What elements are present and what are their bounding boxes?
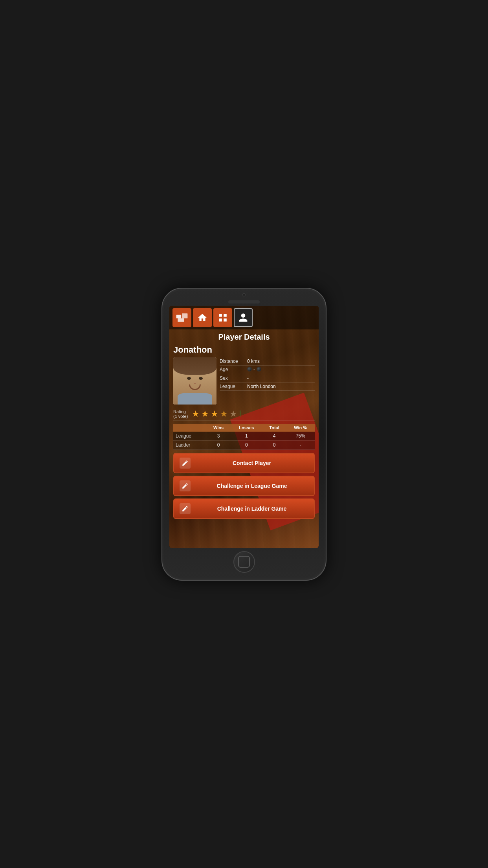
- ladder-total: 0: [262, 440, 286, 449]
- challenge-ladder-label: Challenge in Ladder Game: [195, 506, 308, 512]
- col-losses: Losses: [231, 424, 262, 432]
- svg-rect-1: [182, 313, 187, 318]
- app-logo[interactable]: [172, 308, 191, 327]
- face-graphic: [173, 357, 216, 405]
- star-3: ★: [211, 410, 218, 418]
- contact-player-button[interactable]: Contact Player: [173, 453, 315, 473]
- star-1: ★: [192, 410, 200, 418]
- age-dots: -: [247, 367, 261, 371]
- player-info-table: Distance 0 kms Age -: [220, 357, 315, 405]
- home-button-physical[interactable]: [233, 551, 255, 573]
- page-title: Player Details: [169, 329, 319, 343]
- challenge-league-label: Challenge in League Game: [195, 483, 308, 489]
- profile-button[interactable]: [234, 308, 253, 327]
- col-type: [173, 424, 206, 432]
- challenge-league-button[interactable]: Challenge in League Game: [173, 476, 315, 496]
- hair: [173, 357, 216, 375]
- player-section: Jonathon: [169, 343, 319, 548]
- player-name: Jonathon: [173, 345, 315, 355]
- speaker-grille: [228, 300, 260, 303]
- home-button[interactable]: [193, 308, 212, 327]
- league-winpct: 75%: [286, 432, 315, 441]
- dot-overlay: [240, 410, 240, 417]
- navbar: [169, 306, 319, 329]
- star-5: ★: [229, 410, 237, 418]
- ladder-winpct: -: [286, 440, 315, 449]
- ladder-row-label: Ladder: [173, 440, 206, 449]
- nose: [193, 381, 196, 384]
- age-dash: -: [253, 367, 255, 371]
- phone-frame: Player Details Jonathon: [161, 288, 327, 581]
- league-value: North London: [247, 384, 315, 389]
- left-eye: [187, 377, 191, 380]
- league-wins: 3: [206, 432, 231, 441]
- dot-1: [247, 367, 252, 371]
- sex-row: Sex -: [220, 374, 315, 383]
- smile: [189, 384, 201, 390]
- age-label: Age: [220, 367, 247, 373]
- table-row: League 3 1 4 75%: [173, 432, 315, 441]
- sex-value: -: [247, 375, 315, 381]
- challenge-league-icon: [180, 480, 191, 491]
- sex-label: Sex: [220, 375, 247, 381]
- col-wins: Wins: [206, 424, 231, 432]
- rating-label: Rating (1 vote): [173, 409, 188, 419]
- league-label: League: [220, 384, 247, 389]
- app-container: Player Details Jonathon: [169, 306, 319, 548]
- challenge-ladder-button[interactable]: Challenge in Ladder Game: [173, 498, 315, 519]
- stats-table: Wins Losses Total Win % League 3 1 4 75%: [173, 424, 315, 450]
- svg-rect-0: [176, 314, 182, 318]
- league-losses: 1: [231, 432, 262, 441]
- table-row: Ladder 0 0 0 -: [173, 440, 315, 449]
- distance-label: Distance: [220, 359, 247, 364]
- green-dot: [240, 410, 240, 417]
- home-button-inner: [238, 556, 250, 568]
- grid-button[interactable]: [213, 308, 232, 327]
- league-row: League North London: [220, 383, 315, 391]
- phone-screen: Player Details Jonathon: [169, 306, 319, 548]
- dot-2: [257, 367, 261, 371]
- league-row-label: League: [173, 432, 206, 441]
- right-eye: [199, 377, 203, 380]
- ladder-wins: 0: [206, 440, 231, 449]
- eyes: [173, 377, 216, 380]
- age-row: Age -: [220, 366, 315, 374]
- age-value: -: [247, 367, 315, 373]
- ladder-losses: 0: [231, 440, 262, 449]
- player-avatar: [173, 357, 216, 405]
- player-info-row: Distance 0 kms Age -: [173, 357, 315, 405]
- body: [178, 393, 212, 405]
- col-total: Total: [262, 424, 286, 432]
- distance-value: 0 kms: [247, 359, 315, 364]
- front-camera-icon: [242, 293, 246, 296]
- col-winpct: Win %: [286, 424, 315, 432]
- league-total: 4: [262, 432, 286, 441]
- svg-rect-2: [178, 318, 184, 322]
- contact-icon: [180, 458, 191, 469]
- contact-player-label: Contact Player: [195, 460, 308, 466]
- star-4: ★: [220, 410, 228, 418]
- distance-row: Distance 0 kms: [220, 357, 315, 366]
- rating-row: Rating (1 vote) ★ ★ ★ ★ ★: [173, 408, 315, 421]
- star-2: ★: [201, 410, 209, 418]
- challenge-ladder-icon: [180, 503, 191, 514]
